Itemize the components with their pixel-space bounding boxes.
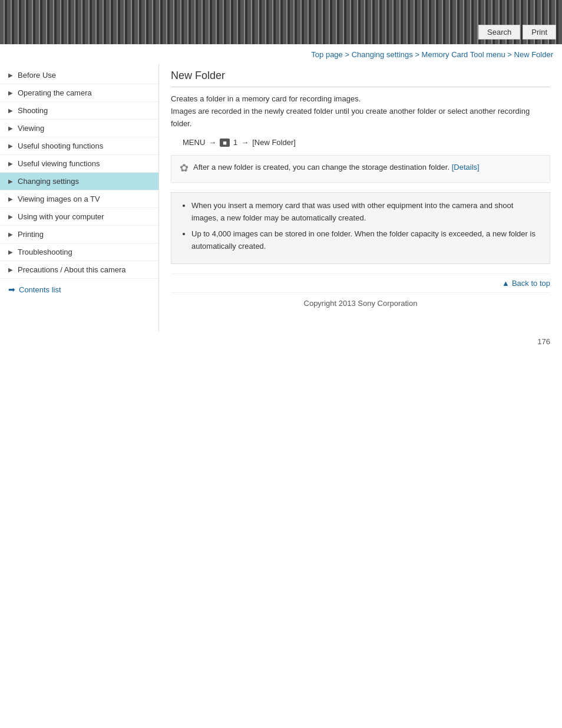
- description-line1: Creates a folder in a memory card for re…: [171, 93, 550, 106]
- sidebar-item-label: Viewing images on a TV: [18, 195, 151, 203]
- copyright: Copyright 2013 Sony Corporation: [171, 292, 550, 319]
- breadcrumb-separator-2: >: [415, 50, 421, 59]
- tip-text: After a new folder is created, you can c…: [193, 162, 480, 173]
- page-number: 176: [0, 331, 562, 352]
- menu-target: [New Folder]: [252, 138, 296, 147]
- chevron-right-icon: ▶: [8, 143, 14, 149]
- sidebar-item-label: Changing settings: [18, 177, 151, 186]
- menu-icon: ■: [220, 139, 230, 147]
- main-layout: ▶ Before Use ▶ Operating the camera ▶ Sh…: [0, 64, 562, 331]
- back-to-top-link[interactable]: ▲ Back to top: [502, 279, 550, 288]
- notes-list: When you insert a memory card that was u…: [180, 200, 541, 252]
- back-to-top-label: Back to top: [512, 279, 550, 288]
- description: Creates a folder in a memory card for re…: [171, 93, 550, 130]
- note-item-1: When you insert a memory card that was u…: [191, 200, 541, 225]
- chevron-right-icon: ▶: [8, 196, 14, 202]
- sidebar: ▶ Before Use ▶ Operating the camera ▶ Sh…: [0, 64, 159, 331]
- sidebar-item-label: Operating the camera: [18, 88, 151, 97]
- arrow-icon: →: [209, 138, 216, 147]
- sidebar-item-viewing[interactable]: ▶ Viewing: [0, 120, 158, 137]
- page-title: New Folder: [171, 70, 550, 87]
- contents-list-link[interactable]: ➡ Contents list: [0, 279, 158, 300]
- sidebar-item-useful-viewing[interactable]: ▶ Useful viewing functions: [0, 155, 158, 173]
- chevron-right-icon: ▶: [8, 249, 14, 255]
- print-button[interactable]: Print: [523, 25, 556, 39]
- note-item-2: Up to 4,000 images can be stored in one …: [191, 228, 541, 253]
- sidebar-item-troubleshooting[interactable]: ▶ Troubleshooting: [0, 243, 158, 261]
- sidebar-item-useful-shooting[interactable]: ▶ Useful shooting functions: [0, 137, 158, 155]
- menu-number: 1: [233, 138, 237, 147]
- chevron-right-icon: ▶: [8, 160, 14, 167]
- sidebar-item-label: Precautions / About this camera: [18, 265, 151, 274]
- sidebar-item-changing-settings[interactable]: ▶ Changing settings: [0, 173, 158, 190]
- search-button[interactable]: Search: [478, 25, 520, 39]
- header-banner: Search Print: [0, 0, 562, 44]
- sidebar-item-label: Useful shooting functions: [18, 141, 151, 150]
- arrow-icon-2: →: [241, 138, 249, 147]
- chevron-right-icon: ▶: [8, 266, 14, 273]
- content-footer: ▲ Back to top: [171, 274, 550, 292]
- sidebar-item-precautions[interactable]: ▶ Precautions / About this camera: [0, 261, 158, 279]
- arrow-right-icon: ➡: [8, 285, 15, 294]
- chevron-right-icon: ▶: [8, 72, 14, 78]
- description-line2: Images are recorded in the newly created…: [171, 106, 550, 130]
- details-link[interactable]: [Details]: [452, 163, 480, 172]
- chevron-right-icon: ▶: [8, 125, 14, 131]
- sidebar-item-label: Useful viewing functions: [18, 159, 151, 168]
- chevron-right-icon: ▶: [8, 178, 14, 185]
- sidebar-item-label: Viewing: [18, 124, 151, 133]
- contents-list-label: Contents list: [19, 285, 61, 294]
- menu-prefix: MENU: [183, 138, 205, 147]
- tip-box: ✿ After a new folder is created, you can…: [171, 155, 550, 183]
- sidebar-item-before-use[interactable]: ▶ Before Use: [0, 67, 158, 84]
- note-box: When you insert a memory card that was u…: [171, 192, 550, 263]
- header-buttons: Search Print: [478, 25, 556, 39]
- chevron-right-icon: ▶: [8, 107, 14, 114]
- sidebar-item-label: Before Use: [18, 71, 151, 80]
- sidebar-item-label: Shooting: [18, 106, 151, 115]
- breadcrumb-memory-card-tool-menu[interactable]: Memory Card Tool menu: [422, 50, 505, 59]
- sidebar-item-viewing-tv[interactable]: ▶ Viewing images on a TV: [0, 190, 158, 208]
- triangle-up-icon: ▲: [502, 279, 510, 288]
- breadcrumb-current: New Folder: [514, 50, 553, 59]
- sidebar-item-label: Printing: [18, 230, 151, 239]
- breadcrumb-changing-settings[interactable]: Changing settings: [352, 50, 413, 59]
- breadcrumb: Top page > Changing settings > Memory Ca…: [0, 44, 562, 64]
- breadcrumb-top-page[interactable]: Top page: [311, 50, 343, 59]
- breadcrumb-separator-1: >: [345, 50, 351, 59]
- sidebar-item-using-computer[interactable]: ▶ Using with your computer: [0, 208, 158, 226]
- chevron-right-icon: ▶: [8, 213, 14, 220]
- chevron-right-icon: ▶: [8, 231, 14, 238]
- sidebar-item-label: Troubleshooting: [18, 248, 151, 256]
- sidebar-item-label: Using with your computer: [18, 212, 151, 221]
- menu-path: MENU → ■ 1 → [New Folder]: [183, 138, 550, 147]
- content-area: New Folder Creates a folder in a memory …: [159, 64, 562, 331]
- chevron-right-icon: ▶: [8, 90, 14, 96]
- tip-icon: ✿: [180, 160, 189, 176]
- breadcrumb-separator-3: >: [507, 50, 514, 59]
- sidebar-item-shooting[interactable]: ▶ Shooting: [0, 102, 158, 120]
- sidebar-item-printing[interactable]: ▶ Printing: [0, 226, 158, 243]
- sidebar-item-operating-camera[interactable]: ▶ Operating the camera: [0, 84, 158, 102]
